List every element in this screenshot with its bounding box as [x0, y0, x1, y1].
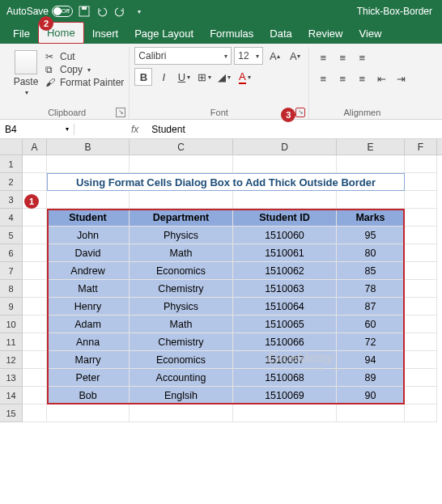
- copy-dropdown-icon[interactable]: ▾: [87, 66, 91, 74]
- cell[interactable]: Chemistry: [130, 280, 233, 298]
- cell[interactable]: [47, 404, 130, 422]
- cell[interactable]: Marry: [47, 351, 130, 369]
- paste-button[interactable]: Paste ▾: [10, 47, 42, 96]
- decrease-font-button[interactable]: A▾: [286, 47, 304, 65]
- align-right-button[interactable]: ≡: [353, 70, 371, 87]
- underline-button[interactable]: U▾: [175, 68, 193, 86]
- cell[interactable]: Accounting: [130, 369, 233, 387]
- cell[interactable]: [405, 262, 437, 280]
- col-header[interactable]: F: [405, 139, 437, 155]
- row-header[interactable]: 8: [0, 280, 23, 298]
- undo-icon[interactable]: [96, 5, 108, 18]
- row-header[interactable]: 10: [0, 316, 23, 333]
- row-header[interactable]: 15: [0, 404, 23, 422]
- select-all-corner[interactable]: [0, 139, 23, 155]
- italic-button[interactable]: I: [155, 68, 172, 86]
- cell[interactable]: Englsih: [130, 387, 233, 404]
- cell[interactable]: Student ID: [233, 209, 337, 227]
- paste-dropdown-icon[interactable]: ▾: [25, 89, 28, 96]
- cell[interactable]: [23, 316, 47, 333]
- cell[interactable]: 1510065: [233, 316, 337, 333]
- cell[interactable]: [23, 262, 47, 280]
- cell[interactable]: [233, 155, 337, 173]
- fill-color-button[interactable]: ◢▾: [215, 68, 233, 86]
- cell[interactable]: Economics: [130, 262, 233, 280]
- font-dialog-launcher[interactable]: ↘: [295, 108, 305, 117]
- cell[interactable]: [405, 298, 437, 316]
- row-header[interactable]: 5: [0, 227, 23, 244]
- cell[interactable]: [23, 280, 47, 298]
- tab-review[interactable]: Review: [300, 23, 351, 44]
- cell[interactable]: [233, 191, 337, 209]
- qat-dropdown-icon[interactable]: ▾: [133, 5, 146, 18]
- sheet-title[interactable]: Using Format Cells Dialog Box to Add Thi…: [47, 173, 405, 191]
- font-color-button[interactable]: A▾: [236, 68, 253, 86]
- bold-button[interactable]: B: [134, 68, 152, 86]
- cell[interactable]: [233, 404, 337, 422]
- cell[interactable]: Math: [130, 244, 233, 262]
- format-painter-button[interactable]: 🖌Format Painter: [45, 76, 124, 89]
- row-header[interactable]: 13: [0, 369, 23, 387]
- cell[interactable]: 85: [337, 262, 405, 280]
- cut-button[interactable]: ✂Cut: [45, 50, 124, 63]
- row-header[interactable]: 6: [0, 244, 23, 262]
- cell[interactable]: 80: [337, 244, 405, 262]
- cell[interactable]: [23, 351, 47, 369]
- cell[interactable]: [23, 227, 47, 244]
- clipboard-dialog-launcher[interactable]: ↘: [116, 108, 125, 117]
- cell[interactable]: [23, 298, 47, 316]
- cell[interactable]: [405, 191, 437, 209]
- cell[interactable]: 1510060: [233, 227, 337, 244]
- border-button[interactable]: ⊞▾: [195, 68, 213, 86]
- tab-view[interactable]: View: [351, 23, 389, 44]
- cell[interactable]: [23, 404, 47, 422]
- row-header[interactable]: 2: [0, 173, 23, 191]
- cell[interactable]: 1510066: [233, 333, 337, 351]
- cell[interactable]: 94: [337, 351, 405, 369]
- cell[interactable]: David: [47, 244, 130, 262]
- cell[interactable]: [405, 333, 437, 351]
- cell[interactable]: 72: [337, 333, 405, 351]
- cell[interactable]: Bob: [47, 387, 130, 404]
- font-name-combo[interactable]: Calibri▾: [134, 47, 232, 65]
- row-header[interactable]: 1: [0, 155, 23, 173]
- formula-bar[interactable]: Student: [147, 124, 189, 135]
- cell[interactable]: [47, 191, 130, 209]
- save-icon[interactable]: [78, 5, 91, 18]
- cell[interactable]: Math: [130, 316, 233, 333]
- cell[interactable]: [405, 316, 437, 333]
- cell[interactable]: [337, 191, 405, 209]
- row-header[interactable]: 14: [0, 387, 23, 404]
- cell[interactable]: [405, 227, 437, 244]
- col-header[interactable]: D: [233, 139, 337, 155]
- cell[interactable]: Anna: [47, 333, 130, 351]
- align-middle-button[interactable]: ≡: [334, 49, 351, 66]
- decrease-indent-button[interactable]: ⇤: [372, 70, 390, 87]
- align-center-button[interactable]: ≡: [334, 70, 351, 87]
- row-header[interactable]: 4: [0, 209, 23, 227]
- increase-indent-button[interactable]: ⇥: [392, 70, 410, 87]
- row-header[interactable]: 12: [0, 351, 23, 369]
- cell[interactable]: [130, 191, 233, 209]
- name-box[interactable]: B4▾: [0, 124, 74, 135]
- cell[interactable]: [23, 155, 47, 173]
- cell[interactable]: Chemistry: [130, 333, 233, 351]
- align-bottom-button[interactable]: ≡: [353, 49, 371, 66]
- cell[interactable]: Physics: [130, 227, 233, 244]
- row-header[interactable]: 9: [0, 298, 23, 316]
- cell[interactable]: [405, 244, 437, 262]
- cell[interactable]: Adam: [47, 316, 130, 333]
- cell[interactable]: Economics: [130, 351, 233, 369]
- cell[interactable]: 95: [337, 227, 405, 244]
- toggle-switch[interactable]: Off: [52, 6, 73, 17]
- cell[interactable]: [405, 280, 437, 298]
- cell[interactable]: [47, 155, 130, 173]
- cell[interactable]: 78: [337, 280, 405, 298]
- cell[interactable]: 60: [337, 316, 405, 333]
- cell[interactable]: [405, 369, 437, 387]
- col-header[interactable]: B: [47, 139, 130, 155]
- cell[interactable]: Student: [47, 209, 130, 227]
- cell[interactable]: [405, 173, 437, 191]
- cell[interactable]: Matt: [47, 280, 130, 298]
- cell[interactable]: Physics: [130, 298, 233, 316]
